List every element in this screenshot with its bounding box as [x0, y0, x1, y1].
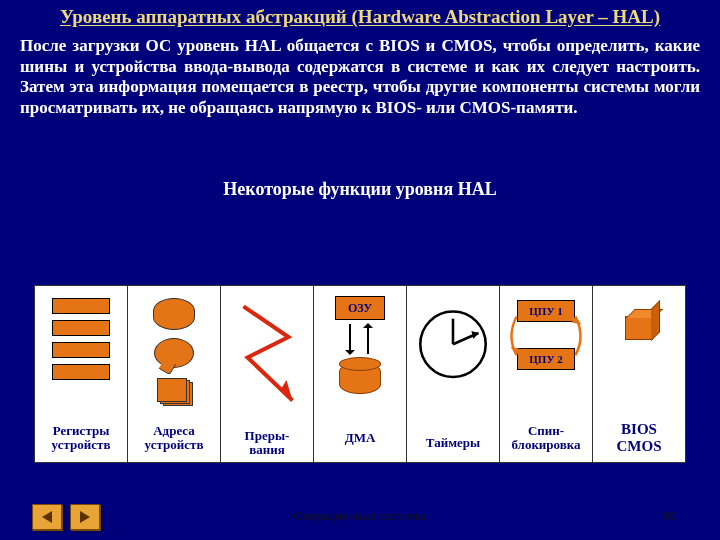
cell-timers: Таймеры: [407, 285, 500, 463]
cell-addresses-label: Адреса устройств: [128, 418, 220, 462]
page-number: 95: [663, 508, 676, 524]
cell-bios-label: BIOS CMOS: [615, 417, 664, 462]
section-subtitle: Некоторые функции уровня HAL: [0, 179, 720, 200]
arrow-up-icon: [367, 324, 369, 354]
cell-registers-label: Регистры устройств: [35, 418, 127, 462]
cell-interrupts: Преры- вания: [221, 285, 314, 463]
hal-functions-row: Регистры устройств Адреса устройств Прер…: [34, 285, 686, 463]
cell-dma-label: ДМА: [343, 418, 378, 462]
cell-bios: BIOS CMOS: [593, 285, 686, 463]
cell-dma: ОЗУ ДМА: [314, 285, 407, 463]
clock-icon: [407, 286, 499, 423]
body-paragraph: После загрузки ОС уровень HAL общается с…: [0, 30, 720, 119]
page-title: Уровень аппаратных абстракций (Hardware …: [0, 0, 720, 30]
cell-addresses: Адреса устройств: [128, 285, 221, 463]
cell-registers: Регистры устройств: [34, 285, 128, 463]
cell-spinlock: ЦПУ 1 ЦПУ 2 Спин- блокировка: [500, 285, 593, 463]
disk-cylinder-icon: [339, 362, 381, 394]
cube-icon: [625, 316, 653, 340]
cell-interrupts-label: Преры- вания: [243, 423, 292, 467]
arrow-down-icon: [349, 324, 351, 354]
spin-arrows-icon: [500, 286, 592, 418]
cell-spinlock-label: Спин- блокировка: [509, 418, 582, 462]
cell-timers-label: Таймеры: [424, 423, 482, 467]
footer-text: Операционные системы: [0, 508, 720, 524]
ram-box: ОЗУ: [335, 296, 385, 320]
documents-icon: [157, 378, 191, 404]
lightning-icon: [221, 286, 313, 423]
speech-bubble-icon: [154, 338, 194, 368]
registers-icon: [52, 298, 110, 386]
cylinder-icon: [153, 298, 195, 330]
